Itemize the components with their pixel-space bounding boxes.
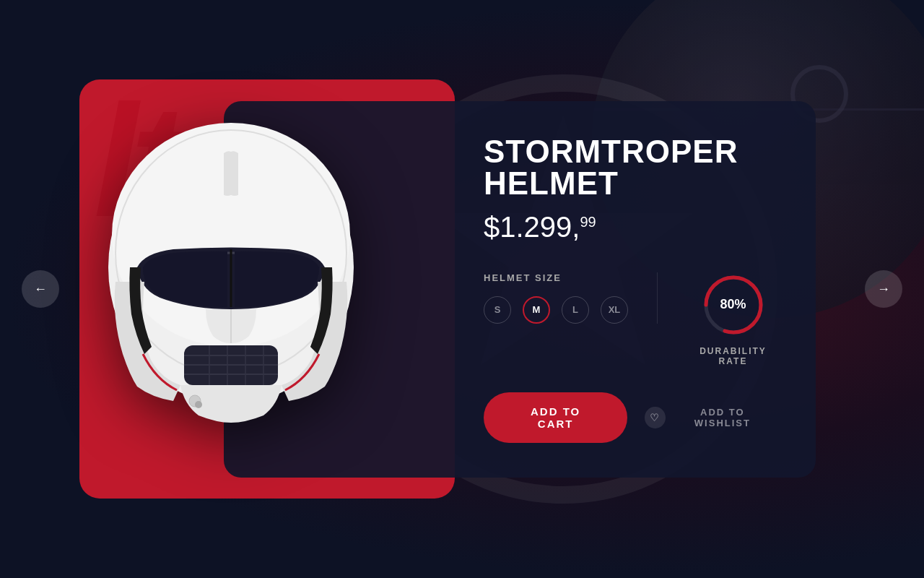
svg-point-16 (195, 401, 202, 408)
heart-icon: ♡ (645, 407, 666, 428)
next-button[interactable]: → (865, 270, 902, 308)
product-title: STORMTROPER HELMET (484, 136, 772, 199)
add-to-wishlist-button[interactable]: ♡ ADD TO WISHLIST (645, 407, 772, 428)
size-xl-button[interactable]: XL (601, 296, 628, 324)
size-l-button[interactable]: L (562, 296, 589, 324)
helmet-image-container (51, 101, 411, 477)
details-row: HELMET SIZE S M L XL (484, 272, 772, 366)
product-price: $1.299,99 (484, 211, 772, 243)
size-label: HELMET SIZE (484, 272, 628, 283)
durability-label: DURABILITY RATE (694, 346, 772, 366)
product-card: STORMTROPER HELMET $1.299,99 HELMET SIZE… (224, 101, 816, 478)
actions-row: ADD TO CART ♡ ADD TO WISHLIST (484, 392, 772, 443)
durability-percent: 80% (701, 272, 766, 337)
prev-button[interactable]: ← (22, 270, 59, 308)
size-section: HELMET SIZE S M L XL (484, 272, 658, 324)
size-s-button[interactable]: S (484, 296, 511, 324)
add-to-cart-button[interactable]: ADD TO CART (484, 392, 627, 443)
wishlist-label: ADD TO WISHLIST (673, 407, 772, 428)
left-arrow-icon: ← (34, 282, 47, 297)
right-arrow-icon: → (877, 282, 890, 297)
size-options: S M L XL (484, 296, 628, 324)
main-container: lt (36, 101, 888, 478)
durability-ring: 80% (701, 272, 766, 337)
size-m-button[interactable]: M (523, 296, 550, 324)
durability-section: 80% DURABILITY RATE (658, 272, 772, 366)
helmet-image (79, 123, 383, 455)
